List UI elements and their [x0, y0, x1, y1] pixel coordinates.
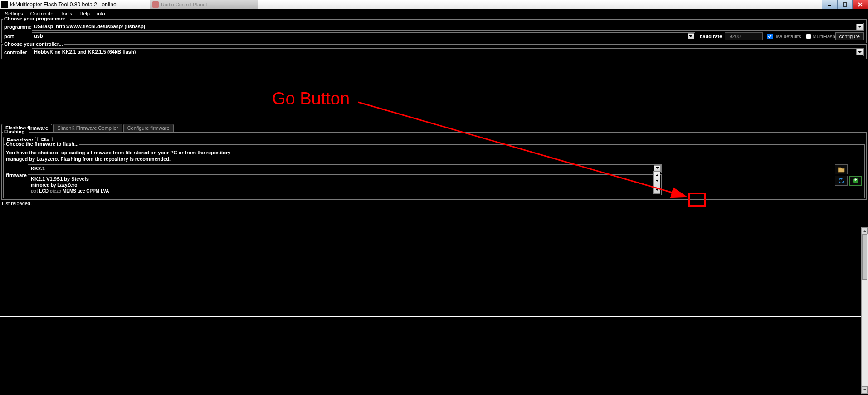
port-label: port: [4, 34, 32, 39]
chevron-down-icon[interactable]: [856, 24, 863, 30]
spacer: [0, 60, 868, 124]
svg-rect-1: [843, 3, 847, 6]
programmer-legend: Choose your programmer...: [3, 16, 70, 21]
minimize-button[interactable]: [822, 0, 837, 9]
port-select[interactable]: usb: [32, 32, 695, 40]
use-defaults-input[interactable]: [767, 34, 773, 39]
chevron-down-icon[interactable]: [856, 49, 863, 55]
scroll-thumb[interactable]: [862, 234, 867, 280]
chevron-down-icon[interactable]: [688, 33, 694, 40]
open-file-button[interactable]: [835, 164, 848, 174]
background-tab[interactable]: Radio Control Planet: [150, 0, 258, 9]
programmer-value: USBasp, http://www.fischl.de/usbasp/ (us…: [34, 24, 145, 29]
menubar: Settings Contribute Tools Help info: [0, 9, 868, 18]
annotation-text: Go Button: [272, 89, 350, 109]
controller-legend: Choose your controller...: [3, 41, 64, 47]
flashing-panel: Flashing... Repository File Choose the f…: [1, 132, 867, 200]
controller-group: Choose your controller... controller Hob…: [1, 44, 867, 59]
window-controls: [822, 0, 868, 9]
multiflash-checkbox[interactable]: MultiFlash: [806, 34, 835, 39]
tab-favicon: [152, 1, 159, 8]
divider: [0, 321, 868, 321]
chevron-down-icon[interactable]: [654, 165, 661, 172]
controller-select[interactable]: HobbyKing KK2.1 and KK2.1.5 (64kB flash): [32, 48, 864, 56]
status-text: List reloaded.: [0, 200, 868, 207]
firmware-title: KK2.1 V1.9S1 by Steveis: [31, 176, 658, 182]
chevron-down-icon[interactable]: [653, 171, 660, 194]
main-tabs: Flashing firmware SimonK Firmware Compil…: [1, 124, 867, 132]
firmware-label: firmware: [6, 164, 28, 178]
use-defaults-label: use defaults: [774, 34, 801, 39]
firmware-category-select[interactable]: KK2.1: [28, 164, 662, 173]
tag-lcd: LCD: [39, 188, 49, 193]
use-defaults-checkbox[interactable]: use defaults: [767, 34, 801, 39]
menu-info[interactable]: info: [93, 10, 109, 18]
tab-configure-firmware[interactable]: Configure firmware: [123, 124, 174, 132]
reload-button[interactable]: [835, 176, 848, 186]
firmware-version-select[interactable]: KK2.1 V1.9S1 by Steveis mirrored by Lazy…: [28, 174, 662, 195]
go-button[interactable]: [849, 176, 862, 186]
titlebar: kkMulticopter Flash Tool 0.80 beta 2 - o…: [0, 0, 868, 9]
tab-title: Radio Control Planet: [161, 2, 207, 7]
controller-label: controller: [4, 49, 32, 55]
port-value: usb: [34, 33, 43, 39]
firmware-category-value: KK2.1: [31, 166, 45, 171]
window-title: kkMulticopter Flash Tool 0.80 beta 2 - o…: [10, 1, 117, 8]
programmer-group: Choose your programmer... programmer USB…: [1, 19, 867, 43]
firmware-action-buttons: [833, 164, 862, 186]
controller-value: HobbyKing KK2.1 and KK2.1.5 (64kB flash): [34, 49, 136, 54]
source-tabs: Repository File: [3, 137, 865, 144]
baud-input[interactable]: [725, 32, 763, 40]
scroll-down-icon[interactable]: [862, 386, 868, 393]
programmer-select[interactable]: USBasp, http://www.fischl.de/usbasp/ (us…: [32, 23, 864, 31]
firmware-group: Choose the firmware to flash... You have…: [3, 144, 865, 198]
scroll-up-icon[interactable]: [862, 227, 868, 234]
menu-help[interactable]: Help: [76, 10, 93, 18]
firmware-desc-1: You have the choice of uploading a firmw…: [6, 149, 862, 156]
flashing-legend: Flashing...: [3, 129, 29, 134]
firmware-mirror: mirrored by LazyZero: [31, 183, 658, 188]
programmer-label: programmer: [4, 24, 32, 30]
configure-button[interactable]: configure: [835, 32, 864, 40]
baud-label: baud rate: [700, 34, 722, 39]
tag-pot: pot: [31, 188, 38, 193]
maximize-button[interactable]: [837, 0, 853, 9]
tag-rest: MEMS acc CPPM LVA: [63, 188, 109, 193]
firmware-legend: Choose the firmware to flash...: [5, 141, 79, 147]
firmware-tags: pot LCD piezo MEMS acc CPPM LVA: [31, 188, 658, 193]
scrollbar[interactable]: [861, 227, 868, 394]
close-button[interactable]: [853, 0, 868, 9]
app-icon: [1, 1, 8, 8]
tag-piezo: piezo: [50, 188, 62, 193]
multiflash-label: MultiFlash: [813, 34, 835, 39]
tab-simonk-compiler[interactable]: SimonK Firmware Compiler: [53, 124, 122, 132]
divider: [0, 316, 861, 317]
firmware-desc-2: managed by Lazyzero. Flashing from the r…: [6, 156, 862, 162]
multiflash-input[interactable]: [806, 34, 811, 39]
